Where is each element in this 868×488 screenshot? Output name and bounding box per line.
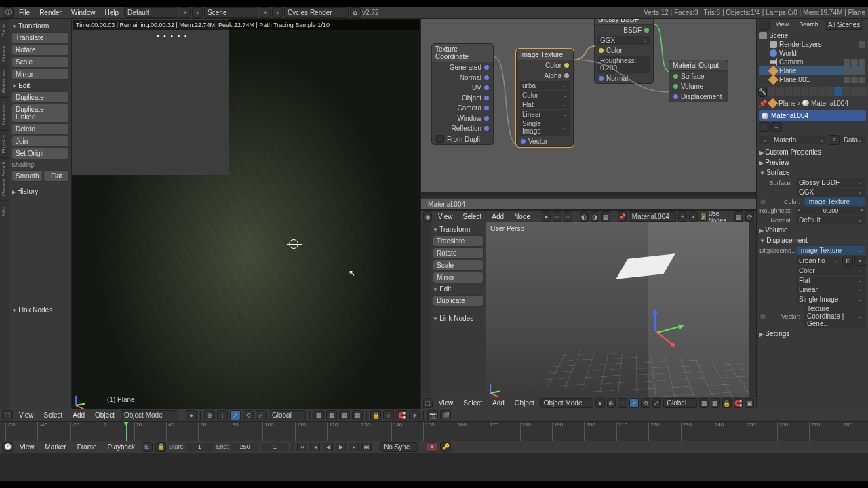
render-icon[interactable] bbox=[859, 77, 865, 83]
render-engine-dropdown[interactable]: Cycles Render bbox=[284, 7, 349, 18]
panel-edit[interactable]: Edit bbox=[433, 284, 484, 294]
scale-manip-icon[interactable]: ⤢ bbox=[652, 398, 662, 408]
distribution-dropdown[interactable]: GGX bbox=[597, 36, 650, 45]
del-scene-icon[interactable]: × bbox=[272, 7, 283, 18]
eye-icon[interactable] bbox=[844, 77, 850, 83]
duplicate-linked-button[interactable]: Duplicate Linked bbox=[12, 104, 69, 123]
backdrop-icon[interactable]: ▦ bbox=[734, 211, 743, 222]
render-icon[interactable] bbox=[859, 59, 865, 66]
menu-view[interactable]: View bbox=[434, 211, 457, 222]
scale-manip-icon[interactable]: ⤢ bbox=[256, 410, 267, 420]
add-material-icon[interactable]: + bbox=[678, 211, 687, 222]
3d-viewport-rendered[interactable]: Time:00:00.03 | Remaining:00:00.32 | Mem… bbox=[72, 19, 420, 409]
editor-type-icon[interactable]: ☰ bbox=[759, 20, 770, 30]
menu-frame[interactable]: Frame bbox=[73, 442, 101, 452]
node-glossy-bsdf[interactable]: Glossy BSDF BSDF GGX Color Roughness: 0.… bbox=[594, 19, 654, 84]
manipulator-toggle-icon[interactable]: ↕ bbox=[618, 398, 627, 408]
autoupdate-icon[interactable]: ⟳ bbox=[745, 211, 754, 222]
roughness-field[interactable]: Roughness: 0.200 bbox=[597, 56, 650, 73]
layers-icon[interactable]: ▦ bbox=[339, 410, 350, 420]
translate-manip-icon[interactable]: ↗ bbox=[230, 410, 241, 420]
duplicate-button[interactable]: Duplicate bbox=[12, 92, 69, 103]
play-reverse-icon[interactable]: ◀ bbox=[323, 443, 333, 451]
menu-add[interactable]: Add bbox=[488, 211, 508, 222]
current-frame-field[interactable]: 1 bbox=[261, 443, 288, 451]
menu-marker[interactable]: Marker bbox=[41, 442, 71, 452]
shader-type-line-icon[interactable]: ○ bbox=[564, 211, 572, 222]
colorspace-dropdown[interactable]: Color bbox=[796, 266, 865, 275]
keyframe-next-icon[interactable]: ▸ bbox=[349, 443, 359, 451]
screen-layout-dropdown[interactable]: Default bbox=[124, 7, 178, 18]
menu-view[interactable]: View bbox=[772, 20, 793, 29]
del-layout-icon[interactable]: × bbox=[192, 7, 203, 18]
play-icon[interactable]: ▶ bbox=[336, 443, 346, 451]
input-link-icon[interactable] bbox=[760, 199, 766, 205]
editor-type-icon[interactable]: 🔧 bbox=[758, 87, 767, 97]
panel-edit[interactable]: Edit bbox=[12, 81, 69, 91]
manipulator-z-icon[interactable] bbox=[654, 310, 656, 331]
duplicate-button[interactable]: Duplicate bbox=[433, 295, 484, 306]
tab-physics-icon[interactable] bbox=[859, 87, 867, 96]
mode-dropdown[interactable]: Object Mode bbox=[540, 398, 593, 408]
tab-tools[interactable]: Tools bbox=[0, 19, 9, 41]
mirror-button[interactable]: Mirror bbox=[12, 68, 69, 80]
render-icon[interactable] bbox=[859, 68, 865, 75]
vector-input-dropdown[interactable]: Texture Coordinate | Gene.. bbox=[804, 304, 865, 328]
tab-relations[interactable]: Relations bbox=[0, 66, 9, 97]
outliner-plane[interactable]: Plane bbox=[760, 66, 865, 75]
shading-dropdown-icon[interactable]: ● bbox=[186, 410, 197, 420]
roughness-field[interactable]: 0.200 bbox=[796, 207, 865, 215]
panel-transform[interactable]: Transform bbox=[12, 21, 69, 31]
use-preview-range-icon[interactable]: ⊞ bbox=[142, 442, 153, 452]
node-scrollbar[interactable] bbox=[421, 192, 756, 199]
delete-button[interactable]: Delete bbox=[12, 123, 69, 135]
link-type-dropdown[interactable]: Data bbox=[841, 136, 865, 144]
keying-set-icon[interactable]: 🔑 bbox=[440, 442, 451, 452]
editor-type-icon[interactable]: ⬚ bbox=[2, 410, 13, 420]
tab-modifiers-icon[interactable] bbox=[818, 87, 825, 96]
menu-view[interactable]: View bbox=[15, 410, 38, 420]
snap-icon[interactable]: 🧲 bbox=[734, 398, 743, 408]
projection-dropdown[interactable]: Flat bbox=[519, 100, 570, 109]
menu-object[interactable]: Object bbox=[511, 398, 538, 408]
pivot-dropdown-icon[interactable]: ⊕ bbox=[204, 410, 215, 420]
menu-help[interactable]: Help bbox=[101, 7, 123, 18]
3d-viewport-secondary[interactable]: User Persp bbox=[486, 222, 749, 396]
tab-physics[interactable]: Physics bbox=[0, 130, 9, 158]
select-icon[interactable] bbox=[851, 68, 858, 75]
scale-button[interactable]: Scale bbox=[12, 56, 69, 68]
menu-select[interactable]: Select bbox=[40, 410, 67, 420]
pin-icon[interactable]: 📌 bbox=[759, 100, 767, 107]
select-icon[interactable] bbox=[851, 77, 858, 83]
jump-start-icon[interactable]: ⏮ bbox=[297, 443, 307, 451]
tab-texture-icon[interactable] bbox=[842, 87, 850, 96]
shader-type-object-icon[interactable]: ● bbox=[542, 211, 551, 222]
menu-object[interactable]: Object bbox=[91, 410, 119, 420]
shade-flat-button[interactable]: Flat bbox=[43, 170, 69, 182]
distribution-dropdown[interactable]: GGX bbox=[796, 188, 865, 197]
manipulator-toggle-icon[interactable]: ↕ bbox=[217, 410, 228, 420]
orientation-dropdown[interactable]: Global bbox=[663, 398, 697, 408]
add-slot-icon[interactable]: + bbox=[759, 122, 770, 132]
panel-displacement[interactable]: Displacement bbox=[760, 235, 865, 245]
lock-range-icon[interactable]: 🔒 bbox=[155, 442, 166, 452]
menu-view[interactable]: View bbox=[16, 442, 39, 452]
menu-add[interactable]: Add bbox=[488, 398, 509, 408]
tab-scene-icon[interactable] bbox=[785, 87, 792, 96]
translate-button[interactable]: Translate bbox=[12, 32, 69, 43]
fake-user-icon[interactable]: F bbox=[842, 256, 853, 266]
material-browse-icon[interactable] bbox=[760, 136, 770, 144]
shading-dropdown-icon[interactable]: ● bbox=[595, 398, 605, 408]
del-material-icon[interactable]: × bbox=[689, 211, 698, 222]
menu-search[interactable]: Search bbox=[795, 20, 823, 29]
shade-smooth-button[interactable]: Smooth bbox=[12, 170, 43, 182]
set-origin-button[interactable]: Set Origin bbox=[12, 148, 69, 159]
remove-slot-icon[interactable]: − bbox=[771, 122, 782, 132]
mode-dropdown[interactable]: Object Mode bbox=[121, 410, 178, 420]
menu-add[interactable]: Add bbox=[68, 410, 89, 420]
tab-render-icon[interactable] bbox=[768, 87, 775, 96]
pin-icon[interactable]: 📌 bbox=[618, 211, 627, 222]
tab-create[interactable]: Create bbox=[0, 41, 9, 66]
display-mode-dropdown[interactable]: All Scenes bbox=[825, 20, 863, 30]
outliner-camera[interactable]: Camera bbox=[760, 58, 865, 66]
